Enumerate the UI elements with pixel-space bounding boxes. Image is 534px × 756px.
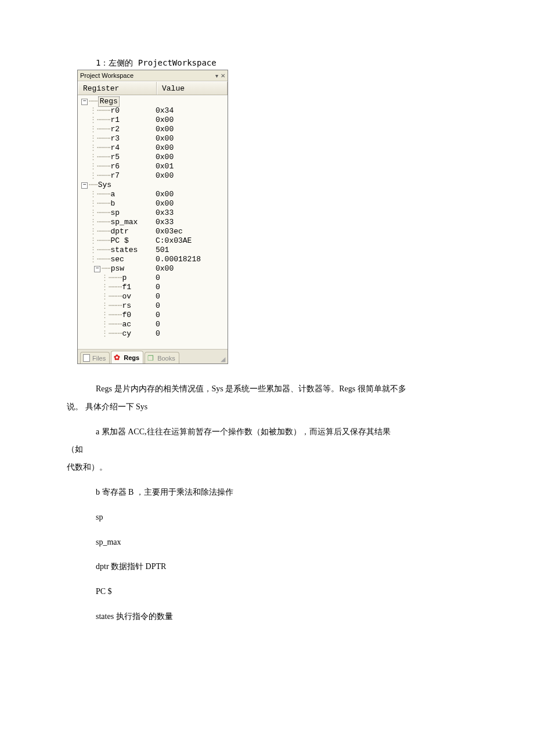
close-icon[interactable]: ✕ — [221, 73, 225, 79]
reg-name: PC $ — [110, 236, 128, 246]
reg-name: r6 — [110, 162, 120, 171]
tab-files[interactable]: Files — [80, 352, 110, 363]
group-sys-label: Sys — [98, 181, 111, 190]
reg-value: 0x01 — [156, 162, 228, 171]
column-headers: Register Value — [78, 81, 228, 95]
tree-row[interactable]: ⋮⋯⋯⋯r60x01 — [78, 162, 228, 171]
project-workspace-window: Project Workspace ▾ ✕ Register Value − ⋯… — [77, 70, 228, 364]
tree-row[interactable]: ⋮⋯⋯⋯dptr0x03ec — [78, 227, 228, 236]
reg-value: 0.00018218 — [156, 255, 228, 264]
tree-row[interactable]: ⋮⋯⋯⋯f10 — [78, 283, 228, 292]
doc-text: sp — [96, 509, 467, 527]
reg-name: r1 — [110, 116, 120, 125]
tree-group-regs[interactable]: − ⋯⋯ Regs — [78, 97, 228, 106]
reg-value: 0x00 — [156, 125, 228, 134]
header-register[interactable]: Register — [78, 82, 157, 95]
tree-row[interactable]: ⋮⋯⋯⋯a0x00 — [78, 190, 228, 199]
reg-name: r0 — [110, 106, 120, 116]
doc-text: sp_max — [96, 534, 467, 552]
regs-icon: ✿ — [114, 354, 121, 361]
tree-row[interactable]: ⋮⋯⋯⋯ac0 — [78, 320, 228, 329]
tree-row[interactable]: ⋮⋯⋯⋯sec0.00018218 — [78, 255, 228, 264]
reg-value: 501 — [156, 246, 228, 255]
tree-row[interactable]: ⋮⋯⋯⋯r40x00 — [78, 143, 228, 153]
reg-name: sp — [110, 208, 120, 218]
reg-name: a — [110, 190, 115, 199]
reg-name: p — [122, 273, 127, 283]
reg-name: dptr — [110, 227, 128, 236]
tree-row[interactable]: ⋮⋯⋯⋯r70x00 — [78, 171, 228, 181]
reg-value: 0 — [156, 329, 228, 339]
tab-books-label: Books — [157, 355, 175, 362]
group-regs-label: Regs — [98, 96, 120, 107]
reg-value: 0 — [156, 311, 228, 320]
reg-value: 0 — [156, 320, 228, 329]
reg-name: f0 — [122, 311, 131, 320]
reg-name: states — [110, 246, 138, 255]
reg-name: rs — [122, 301, 131, 311]
register-tree: − ⋯⋯ Regs ⋮⋯⋯⋯r00x34⋮⋯⋯⋯r10x00⋮⋯⋯⋯r20x00… — [78, 95, 228, 349]
group-psw-label: psw — [111, 264, 124, 273]
tree-row[interactable]: ⋮⋯⋯⋯f00 — [78, 311, 228, 320]
tree-row[interactable]: ⋮⋯⋯⋯r30x00 — [78, 134, 228, 143]
doc-text: b 寄存器 B ，主要用于乘法和除法操作 — [96, 484, 467, 502]
tree-row[interactable]: ⋮⋯⋯⋯r50x00 — [78, 153, 228, 162]
reg-name: b — [110, 199, 115, 208]
doc-text: PC $ — [96, 583, 467, 601]
reg-name: r3 — [110, 134, 120, 143]
window-titlebar: Project Workspace ▾ ✕ — [78, 70, 228, 81]
caption-text: 1：左侧的 ProjectWorkspace — [96, 58, 467, 69]
tree-row[interactable]: ⋮⋯⋯⋯sp_max0x33 — [78, 218, 228, 227]
collapse-icon[interactable]: − — [94, 266, 100, 272]
reg-value: 0x00 — [156, 143, 228, 153]
header-value[interactable]: Value — [157, 82, 228, 95]
tree-row[interactable]: ⋮⋯⋯⋯r20x00 — [78, 125, 228, 134]
reg-name: f1 — [122, 283, 131, 292]
reg-value: 0 — [156, 292, 228, 301]
tree-row[interactable]: ⋮⋯⋯⋯p0 — [78, 273, 228, 283]
doc-text: 代数和）。 — [67, 459, 467, 477]
reg-name: ac — [122, 320, 131, 329]
tab-regs-label: Regs — [124, 354, 139, 361]
resize-grip-icon[interactable]: ◢ — [221, 357, 226, 362]
workspace-tabs: Files ✿ Regs ❐ Books ◢ — [78, 349, 228, 363]
reg-name: r4 — [110, 143, 120, 153]
tree-row[interactable]: ⋮⋯⋯⋯r00x34 — [78, 106, 228, 116]
reg-name: r7 — [110, 171, 120, 181]
tree-row[interactable]: ⋮⋯⋯⋯PC $C:0x03AE — [78, 236, 228, 246]
window-title: Project Workspace — [80, 72, 213, 79]
reg-name: r2 — [110, 125, 120, 134]
tree-row[interactable]: ⋮⋯⋯⋯sp0x33 — [78, 208, 228, 218]
dropdown-icon[interactable]: ▾ — [215, 73, 218, 79]
psw-value: 0x00 — [156, 264, 228, 273]
tab-books[interactable]: ❐ Books — [145, 352, 179, 363]
reg-value: 0 — [156, 283, 228, 292]
tree-row[interactable]: ⋮⋯⋯⋯states501 — [78, 246, 228, 255]
reg-value: 0x00 — [156, 171, 228, 181]
tree-group-sys[interactable]: − ⋯⋯ Sys — [78, 181, 228, 190]
collapse-icon[interactable]: − — [81, 182, 88, 189]
doc-text: 说。 具体介绍一下 Sys — [67, 398, 467, 416]
tab-regs[interactable]: ✿ Regs — [111, 351, 143, 363]
reg-value: 0 — [156, 273, 228, 283]
tree-row[interactable]: ⋮⋯⋯⋯b0x00 — [78, 199, 228, 208]
doc-text: dptr 数据指针 DPTR — [96, 558, 467, 576]
tree-row[interactable]: ⋮⋯⋯⋯ov0 — [78, 292, 228, 301]
tab-files-label: Files — [92, 355, 106, 362]
tree-group-psw[interactable]: − ⋯⋯ psw 0x00 — [78, 264, 228, 273]
reg-name: cy — [122, 329, 131, 339]
books-icon: ❐ — [147, 355, 155, 362]
tree-row[interactable]: ⋮⋯⋯⋯rs0 — [78, 301, 228, 311]
reg-value: 0x33 — [156, 208, 228, 218]
reg-value: 0x34 — [156, 106, 228, 116]
tree-row[interactable]: ⋮⋯⋯⋯cy0 — [78, 329, 228, 339]
tree-row[interactable]: ⋮⋯⋯⋯r10x00 — [78, 116, 228, 125]
reg-value: 0x00 — [156, 134, 228, 143]
reg-value: 0x00 — [156, 153, 228, 162]
reg-value: 0x00 — [156, 199, 228, 208]
files-icon — [83, 354, 90, 362]
collapse-icon[interactable]: − — [81, 99, 88, 105]
reg-value: C:0x03AE — [156, 236, 228, 246]
reg-name: r5 — [110, 153, 120, 162]
doc-text: （如 — [67, 441, 467, 459]
